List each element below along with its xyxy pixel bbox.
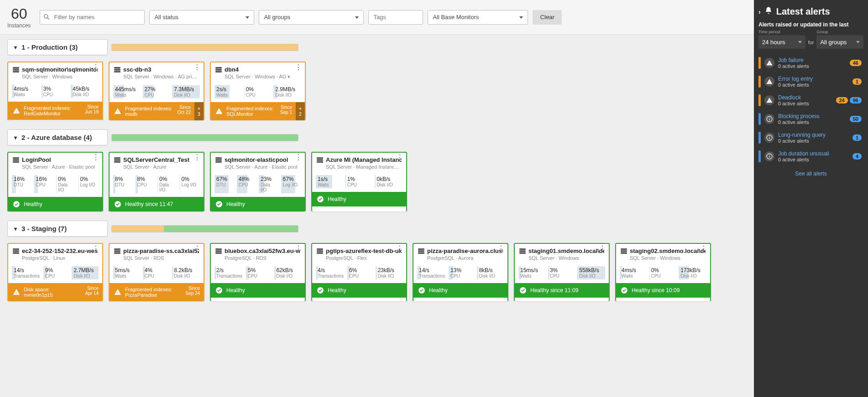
card-menu-icon[interactable]: ⋮ [92, 65, 99, 70]
alert-item[interactable]: Deadlock0 active alerts2496 [758, 92, 863, 109]
instance-subtitle: PostgreSQL · Flex [326, 255, 402, 261]
card-menu-icon[interactable]: ⋮ [295, 155, 302, 160]
svg-point-0 [44, 14, 48, 18]
instance-subtitle: PostgreSQL · RDS [225, 255, 300, 261]
group-header[interactable]: ▾2 - Azure database (4) [7, 129, 108, 145]
metric-value: 5ms/s [115, 267, 139, 273]
status-bar: Fragmented indexes: msdbSinceOct 22+3 [110, 102, 204, 120]
card-menu-icon[interactable]: ⋮ [599, 247, 606, 251]
filter-input[interactable] [40, 10, 145, 25]
metric-value: 1% [347, 176, 371, 182]
group-header[interactable]: ▾1 - Production (3) [7, 39, 108, 55]
more-alerts-badge[interactable]: +2 [296, 102, 305, 120]
alert-title: Long-running query [778, 132, 849, 138]
instance-card[interactable]: ⋮ec2-34-252-152-232.eu-west-…PostgreSQL … [7, 243, 103, 301]
status-select[interactable]: All status [149, 10, 254, 25]
instance-card[interactable]: ⋮sqlmonitor-elasticpoolSQL Server · Azur… [210, 152, 306, 211]
group-header[interactable]: ▾3 - Staging (7) [7, 221, 108, 237]
metric: 558kB/sDisk I/O [577, 266, 605, 279]
metric: 2.9MB/sDisk I/O [273, 85, 301, 98]
clear-button[interactable]: Clear [533, 10, 562, 25]
server-icon [114, 67, 120, 72]
instance-name: pizza-paradise-aurora.cluster-… [418, 247, 503, 254]
card-menu-icon[interactable]: ⋮ [92, 247, 99, 251]
instance-name: dbn4 [215, 66, 300, 73]
instance-subtitle: PostgreSQL · Aurora [427, 255, 503, 261]
group-select[interactable]: All groups [816, 35, 863, 49]
card-menu-icon[interactable]: ⋮ [92, 155, 99, 160]
instance-card[interactable]: ⋮ssc-db-n3SQL Server · Windows · AG prim… [109, 62, 204, 120]
metrics-row: 8%DTU8%CPU0%Data I/O0%Log I/O [110, 172, 204, 197]
sidebar-subheading: Alerts raised or updated in the last [758, 21, 863, 28]
metric: 4ms/sWaits [620, 266, 648, 279]
instance-card[interactable]: ⋮Azure MI (Managed Instance)…SQL Server … [311, 152, 407, 211]
card-menu-icon[interactable]: ⋮ [193, 155, 201, 160]
alert-count-badge: 24 [836, 97, 848, 103]
instance-name: ssc-db-n3 [114, 66, 199, 73]
metric-label: CPU [450, 273, 474, 278]
metric-label: Disk I/O [275, 93, 299, 98]
instance-card[interactable]: ⋮staging01.smdemo.local\de…SQL Server · … [514, 243, 610, 301]
metric-label: Disk I/O [479, 273, 502, 278]
instance-card[interactable]: ⋮pizza-paradise-ss.ca3xlai52f…SQL Server… [109, 243, 204, 301]
time-period-select[interactable]: 24 hours [758, 35, 805, 49]
chevron-down-icon: ▾ [14, 134, 17, 141]
metric-value: 62kB/s [276, 267, 299, 273]
card-menu-icon[interactable]: ⋮ [700, 247, 707, 251]
card-menu-icon[interactable]: ⋮ [295, 247, 302, 251]
svg-rect-31 [13, 248, 19, 250]
status-text: Healthy since 10:09 [632, 287, 680, 294]
metric-label: Transactions [419, 273, 445, 278]
instance-card[interactable]: ⋮LoginPoolSQL Server · Azure · Elastic p… [7, 152, 103, 211]
metric-value: 8kB/s [479, 267, 502, 273]
instance-card[interactable]: ⋮sqm-sqlmonitor\sqlmonitorSQL Server · W… [7, 62, 103, 120]
card-menu-icon[interactable]: ⋮ [193, 65, 201, 70]
card-menu-icon[interactable]: ⋮ [396, 247, 403, 251]
instance-card[interactable]: ⋮dbn4SQL Server · Windows · AG ▾2s/sWait… [210, 62, 306, 120]
instance-card[interactable]: ⋮pgtips-azureflex-test-db-ukso…PostgreSQ… [311, 243, 407, 301]
instance-subtitle: SQL Server · Windows · AG primary ▾ [123, 74, 199, 80]
server-icon [317, 157, 323, 163]
instance-card[interactable]: ⋮staging02.smdemo.local\de…SQL Server · … [615, 243, 711, 301]
metric: 13%CPU [449, 266, 476, 279]
server-icon [13, 67, 19, 72]
svg-rect-5 [114, 67, 120, 68]
svg-rect-69 [769, 156, 769, 158]
card-menu-icon[interactable]: ⋮ [295, 65, 302, 70]
metric-value: 23kB/s [377, 267, 401, 273]
svg-rect-6 [114, 69, 120, 70]
alert-item[interactable]: Long-running query0 active alerts1 [758, 129, 863, 146]
groups-select[interactable]: All groups [259, 10, 364, 25]
monitors-select-label: All Base Monitors [433, 14, 479, 21]
metric: 8.2kB/sDisk I/O [172, 266, 200, 279]
svg-rect-18 [114, 161, 120, 162]
instance-card[interactable]: ⋮SQLServerCentral_TestSQL Server · Azure… [109, 152, 204, 211]
card-menu-icon[interactable]: ⋮ [396, 155, 403, 160]
chevron-right-icon[interactable]: › [758, 8, 761, 15]
status-text: Healthy since 11:47 [125, 201, 173, 207]
alert-title: Error log entry [778, 76, 849, 82]
svg-rect-42 [317, 248, 323, 250]
metric: 67%DTU [214, 175, 235, 193]
group-label: Group [816, 30, 863, 34]
monitors-select[interactable]: All Base Monitors [428, 10, 528, 25]
instance-card[interactable]: ⋮pizza-paradise-aurora.cluster-…PostgreS… [413, 243, 508, 301]
card-menu-icon[interactable]: ⋮ [193, 247, 201, 251]
check-icon [13, 201, 20, 208]
status-bar: Healthy [211, 283, 305, 298]
more-alerts-badge[interactable]: +3 [194, 102, 204, 120]
alert-item[interactable]: Error log entry0 active alerts1 [758, 73, 863, 90]
instance-card[interactable]: ⋮bluebox.ca3xlai52fw3.eu-wes…PostgreSQL … [210, 243, 306, 301]
card-menu-icon[interactable]: ⋮ [497, 247, 505, 251]
instance-subtitle: SQL Server · Windows [630, 255, 706, 261]
metric: 16%DTU [12, 175, 32, 193]
svg-rect-63 [769, 119, 769, 120]
metric: 0kB/sDisk I/O [375, 175, 403, 188]
see-all-alerts-link[interactable]: See all alerts [795, 170, 826, 177]
alert-item[interactable]: Blocking process0 active alerts50 [758, 110, 863, 128]
tags-input[interactable] [368, 10, 423, 25]
time-period-label: Time period [758, 30, 805, 34]
alert-item[interactable]: Job failure0 active alerts46 [758, 54, 863, 72]
alert-item[interactable]: Job duration unusual0 active alerts4 [758, 148, 863, 165]
metric-label: DTU [14, 182, 31, 187]
